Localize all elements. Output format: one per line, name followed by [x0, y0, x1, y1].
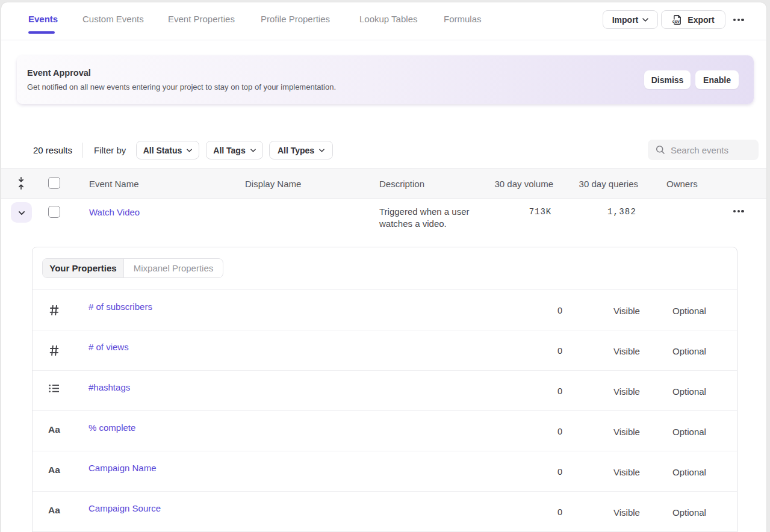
svg-text:csv: csv — [672, 19, 680, 24]
